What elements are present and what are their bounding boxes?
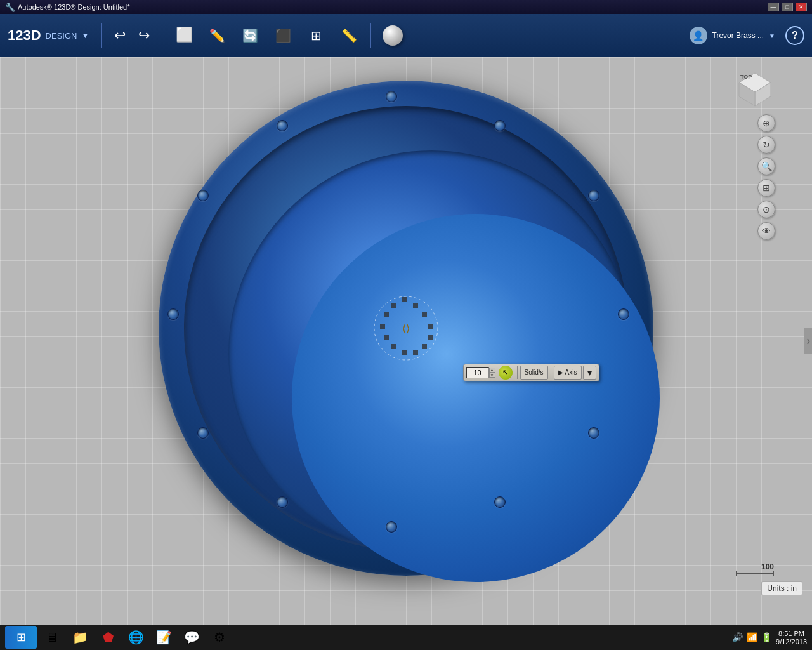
svg-rect-7 xyxy=(380,324,385,329)
start-icon: ⊞ xyxy=(16,630,26,644)
options-button[interactable]: ▾ xyxy=(583,366,596,380)
perspective-nav-button[interactable]: ⊙ xyxy=(757,201,775,218)
minimize-button[interactable]: — xyxy=(768,3,779,11)
svg-rect-10 xyxy=(402,350,407,355)
svg-rect-9 xyxy=(391,344,396,349)
tray-icon-2[interactable]: 📶 xyxy=(747,632,757,642)
desktop-icon: 🖥 xyxy=(46,630,58,645)
axis-label: Axis xyxy=(565,369,577,376)
taskbar-skype-button[interactable]: 💬 xyxy=(179,626,204,649)
maximize-button[interactable]: □ xyxy=(782,3,793,11)
zoom-nav-button[interactable]: 🔍 xyxy=(757,157,775,175)
main-face xyxy=(292,214,660,582)
fit-nav-button[interactable]: ⊞ xyxy=(757,179,775,197)
clock[interactable]: 8:51 PM 9/12/2013 xyxy=(776,630,807,646)
svg-rect-5 xyxy=(391,303,396,308)
center-pattern: ⟨⟩ xyxy=(365,287,447,369)
redo-button[interactable]: ↪ xyxy=(134,25,154,46)
clock-date: 9/12/2013 xyxy=(776,638,807,646)
svg-rect-6 xyxy=(384,312,389,317)
logo-number: 123D xyxy=(8,27,41,44)
user-name: Trevor Brass ... xyxy=(712,31,764,40)
taskbar-browser-button[interactable]: 🌐 xyxy=(123,626,148,649)
popup-toolbar: ▲ ▼ ↖ Solid/s ▶ Axis ▾ xyxy=(463,364,599,381)
porthole-object[interactable]: ⟨⟩ xyxy=(159,81,653,576)
close-button[interactable]: ✕ xyxy=(796,3,807,11)
svg-rect-16 xyxy=(413,303,418,308)
units-indicator[interactable]: Units : in xyxy=(761,581,802,595)
cursor-indicator: ↖ xyxy=(499,366,513,380)
display-nav-button[interactable]: 👁 xyxy=(757,222,775,240)
title-controls: — □ ✕ xyxy=(768,3,807,11)
popup-spinner: ▲ ▼ xyxy=(489,368,495,378)
canvas[interactable]: TOP ⊕ ↻ 🔍 ⊞ ⊙ 👁 100 xyxy=(0,57,812,625)
spinner-up-button[interactable]: ▲ xyxy=(489,368,495,373)
material-button[interactable] xyxy=(379,20,407,51)
taskbar-desktop-button[interactable]: 🖥 xyxy=(39,626,65,649)
taskbar: ⊞ 🖥 📁 ⬟ 🌐 📝 💬 ⚙ 🔊 📶 🔋 8:51 PM 9/12/2013 xyxy=(0,625,812,650)
resize-handle[interactable]: ❯ xyxy=(804,328,812,354)
svg-rect-8 xyxy=(384,335,389,340)
tray-icon-3[interactable]: 🔋 xyxy=(761,632,772,642)
app-logo[interactable]: 123D DESIGN ▼ xyxy=(8,27,89,44)
user-area[interactable]: 👤 Trevor Brass ... ▼ xyxy=(690,27,775,44)
toolbar-divider-2 xyxy=(162,23,162,48)
svg-rect-13 xyxy=(428,335,433,340)
pattern-button[interactable]: ⊞ xyxy=(302,20,330,51)
taskbar-app1-button[interactable]: ⬟ xyxy=(95,626,121,649)
browser-icon: 🌐 xyxy=(128,630,144,645)
files-icon: 📁 xyxy=(72,630,88,645)
logo-dropdown-icon[interactable]: ▼ xyxy=(81,31,89,40)
help-button[interactable]: ? xyxy=(785,26,804,45)
taskbar-apps: ⊞ 🖥 📁 ⬟ 🌐 📝 💬 ⚙ xyxy=(5,626,232,649)
start-button[interactable]: ⊞ xyxy=(5,626,37,649)
axis-arrow-icon: ▶ xyxy=(558,369,563,376)
bolt-12 xyxy=(386,521,397,533)
taskbar-app2-button[interactable]: ⚙ xyxy=(207,626,232,649)
bolt-7 xyxy=(618,308,629,320)
toolbar-divider-1 xyxy=(102,23,102,48)
svg-rect-12 xyxy=(422,344,427,349)
undo-redo-group: ↩ ↪ xyxy=(110,25,154,46)
popup-value-input[interactable] xyxy=(466,367,489,378)
title-bar: 🔧 Autodesk® 123D® Design: Untitled* — □ … xyxy=(0,0,812,14)
solid-label: Solid/s xyxy=(525,369,544,376)
bolt-1 xyxy=(386,91,397,102)
solid-button[interactable]: Solid/s xyxy=(520,366,548,380)
popup-divider-2 xyxy=(551,366,551,379)
popup-divider-1 xyxy=(517,366,518,379)
logo-design-text: DESIGN xyxy=(46,31,77,41)
svg-rect-11 xyxy=(413,350,418,355)
tray-icon-1[interactable]: 🔊 xyxy=(732,632,743,642)
taskbar-files-button[interactable]: 📁 xyxy=(67,626,93,649)
bolt-4 xyxy=(197,190,209,201)
sketch-button[interactable]: ✏️ xyxy=(203,20,231,51)
svg-rect-4 xyxy=(402,297,407,302)
taskbar-word-button[interactable]: 📝 xyxy=(151,626,176,649)
center-icon[interactable]: ⟨⟩ xyxy=(402,322,410,335)
view-cube[interactable]: TOP xyxy=(733,63,777,108)
undo-button[interactable]: ↩ xyxy=(110,25,130,46)
clock-time: 8:51 PM xyxy=(778,630,804,637)
app2-icon: ⚙ xyxy=(214,630,225,645)
measure-button[interactable]: 📏 xyxy=(335,20,363,51)
primitives-button[interactable]: ⬜ xyxy=(170,20,198,51)
transform-button[interactable]: 🔄 xyxy=(236,20,264,51)
title-text: Autodesk® 123D® Design: Untitled* xyxy=(18,3,129,11)
combine-button[interactable]: ⬛ xyxy=(269,20,297,51)
word-icon: 📝 xyxy=(156,630,172,645)
spinner-down-button[interactable]: ▼ xyxy=(489,373,495,378)
system-tray: 🔊 📶 🔋 8:51 PM 9/12/2013 xyxy=(732,630,807,646)
orbit-nav-button[interactable]: ↻ xyxy=(757,136,775,154)
axis-button[interactable]: ▶ Axis xyxy=(554,366,582,380)
app1-icon: ⬟ xyxy=(103,630,114,645)
view-cube-svg xyxy=(733,63,777,108)
user-avatar-icon: 👤 xyxy=(690,27,707,44)
svg-rect-14 xyxy=(428,324,433,329)
bolt-5 xyxy=(588,190,599,201)
toolbar-divider-3 xyxy=(370,23,371,48)
scale-indicator: 100 xyxy=(736,562,774,574)
user-dropdown-icon[interactable]: ▼ xyxy=(769,32,775,39)
home-nav-button[interactable]: ⊕ xyxy=(757,114,775,132)
svg-rect-15 xyxy=(422,312,427,317)
